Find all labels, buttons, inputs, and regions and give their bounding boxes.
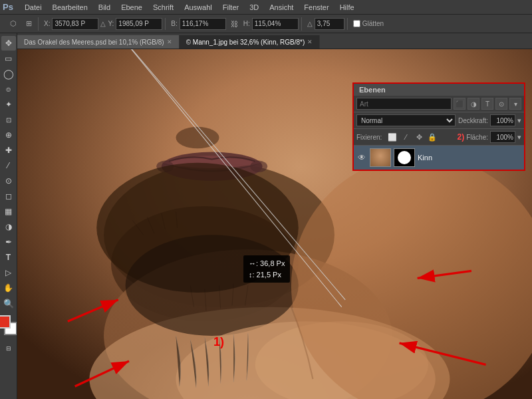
tooltip-dx: ↔: 36,8 Px	[249, 258, 285, 269]
lasso-tool[interactable]: ⌾	[1, 82, 16, 96]
tab-orakel[interactable]: Das Orakel des Meeres.psd bei 10,1% (RGB…	[17, 35, 180, 49]
menu-ebene[interactable]: Ebene	[116, 2, 147, 13]
layers-blend-row: Normal Deckkraft: ▾	[354, 112, 524, 129]
smooth-label: Glätten	[353, 20, 384, 27]
foreground-color-swatch[interactable]	[0, 315, 11, 329]
x-input[interactable]	[52, 18, 98, 30]
layers-filter-type-icon[interactable]: T	[481, 98, 493, 110]
menu-bearbeiten[interactable]: Bearbeiten	[48, 2, 92, 13]
brush-tool[interactable]: ∕	[1, 158, 16, 173]
triangle-icon: △	[100, 20, 106, 27]
tab-mann-close[interactable]: ✕	[307, 39, 313, 45]
angle-icon: △	[307, 20, 313, 27]
layers-search-input[interactable]	[356, 98, 452, 110]
layers-filter-adj-icon[interactable]: ◑	[467, 98, 479, 110]
transform-tool-icon[interactable]: ⬡	[7, 17, 20, 31]
h-input[interactable]	[252, 18, 299, 30]
layer-visibility-toggle[interactable]: 👁	[356, 152, 367, 163]
magic-wand-tool[interactable]: ✦	[1, 97, 16, 112]
spot-heal-tool[interactable]: ✚	[1, 143, 16, 158]
tab-orakel-close[interactable]: ✕	[167, 39, 172, 45]
blend-mode-select[interactable]: Normal	[356, 114, 456, 126]
dodge-tool[interactable]: ◑	[1, 219, 16, 234]
left-sidebar: ✥ ▭ ◯ ⌾ ✦ ⊡ ⊕ ✚ ∕ ⊙ ◻ ▦ ◑ ✒ T ▷ ✋ 🔍 ⊟	[0, 33, 17, 399]
badge-2: 2)	[458, 132, 465, 142]
flache-group: 2) Fläche: ▾	[458, 131, 521, 143]
menu-3d[interactable]: 3D	[245, 2, 263, 13]
b-label: B:	[171, 20, 177, 27]
toolbar-tool-icon-group: ⬡ ⊞	[4, 17, 39, 31]
kinn-layer-row[interactable]: 👁 Kinn	[354, 146, 524, 170]
layer-face-preview	[370, 149, 390, 166]
content-area: Das Orakel des Meeres.psd bei 10,1% (RGB…	[17, 33, 532, 399]
transform-options-icon[interactable]: ⊞	[22, 17, 35, 31]
menu-ansicht[interactable]: Ansicht	[265, 2, 298, 13]
options-toolbar: ⬡ ⊞ X: △ Y: B: ⛓ H: △ Glätten	[0, 15, 532, 33]
annotation-label-1: 1)	[213, 335, 224, 349]
b-input[interactable]	[180, 18, 226, 30]
menubar: Ps Datei Bearbeiten Bild Ebene Schrift A…	[0, 0, 532, 15]
y-input[interactable]	[116, 18, 162, 30]
flache-label: Fläche:	[466, 134, 488, 141]
flache-dropdown-icon[interactable]: ▾	[517, 133, 521, 142]
fix-lock-btn[interactable]: 🔒	[427, 132, 438, 142]
tooltip-dy: ↕: 21,5 Px	[249, 269, 285, 281]
marquee-rect-tool[interactable]: ▭	[1, 51, 16, 66]
link-icon[interactable]: ⛓	[228, 17, 241, 31]
menu-bild[interactable]: Bild	[94, 2, 115, 13]
tab-mann[interactable]: © Mann_1.jpg bei 32,6% (Kinn, RGB/8*) ✕	[180, 35, 321, 49]
shape-tool[interactable]: ▷	[1, 265, 16, 280]
menu-auswahl[interactable]: Auswahl	[180, 2, 217, 13]
toolbar-x-group: X: △ Y:	[41, 18, 166, 30]
zoom-tool[interactable]: 🔍	[1, 296, 16, 311]
angle-input[interactable]	[315, 18, 344, 30]
layers-panel: Ebenen ⬛ ◑ T ⊙ ▾ Normal Dec	[352, 82, 525, 171]
menu-fenster[interactable]: Fenster	[299, 2, 333, 13]
main-area: ✥ ▭ ◯ ⌾ ✦ ⊡ ⊕ ✚ ∕ ⊙ ◻ ▦ ◑ ✒ T ▷ ✋ 🔍 ⊟ Da…	[0, 33, 532, 399]
layers-panel-header: Ebenen	[354, 84, 524, 96]
opacity-group: Deckkraft: ▾	[458, 114, 521, 126]
layers-filter-toggle-icon[interactable]: ▾	[509, 98, 521, 110]
quick-mask-tool[interactable]: ⊟	[1, 341, 16, 356]
x-label: X:	[44, 20, 50, 27]
tab-bar: Das Orakel des Meeres.psd bei 10,1% (RGB…	[17, 33, 532, 49]
toolbar-b-group: B: ⛓ H:	[168, 17, 301, 31]
h-label: H:	[243, 20, 250, 27]
layers-fix-row: Fixieren: ⬜ ∕ ✥ 🔒 2) Fläche: ▾	[354, 129, 524, 146]
cursor-tooltip: ↔: 36,8 Px ↕: 21,5 Px	[243, 255, 290, 283]
layers-panel-title: Ebenen	[359, 86, 386, 94]
menu-datei[interactable]: Datei	[20, 2, 47, 13]
clone-tool[interactable]: ⊙	[1, 174, 16, 188]
marquee-ellipse-tool[interactable]: ◯	[1, 66, 16, 81]
text-tool[interactable]: T	[1, 250, 16, 265]
menu-hilfe[interactable]: Hilfe	[335, 2, 359, 13]
layer-mask-preview	[394, 149, 414, 166]
tab-orakel-label: Das Orakel des Meeres.psd bei 10,1% (RGB…	[24, 39, 164, 46]
smooth-checkbox[interactable]	[353, 20, 360, 27]
eraser-tool[interactable]: ◻	[1, 189, 16, 203]
hand-tool[interactable]: ✋	[1, 281, 16, 295]
layers-filter-pixel-icon[interactable]: ⬛	[454, 98, 466, 110]
fix-position-btn[interactable]: ✥	[414, 132, 424, 142]
menu-filter[interactable]: Filter	[218, 2, 243, 13]
crop-tool[interactable]: ⊡	[1, 112, 16, 127]
menu-schrift[interactable]: Schrift	[148, 2, 178, 13]
canvas-area[interactable]: ↔: 36,8 Px ↕: 21,5 Px 1)	[17, 49, 532, 399]
eyedropper-tool[interactable]: ⊕	[1, 128, 16, 142]
fix-transparent-btn[interactable]: ⬜	[387, 132, 398, 142]
toolbar-smooth-group: Glätten	[350, 20, 386, 27]
gradient-tool[interactable]: ▦	[1, 204, 16, 219]
fix-label: Fixieren:	[356, 134, 382, 141]
opacity-dropdown-icon[interactable]: ▾	[517, 116, 521, 125]
fix-gradient-btn[interactable]: ∕	[400, 132, 411, 142]
pen-tool[interactable]: ✒	[1, 235, 16, 249]
layers-filter-smart-icon[interactable]: ⊙	[495, 98, 507, 110]
flache-input[interactable]	[490, 131, 515, 143]
move-tool[interactable]: ✥	[1, 36, 16, 51]
opacity-input[interactable]	[490, 114, 515, 126]
opacity-label: Deckkraft:	[458, 117, 488, 124]
tab-mann-label: © Mann_1.jpg bei 32,6% (Kinn, RGB/8*)	[186, 39, 305, 46]
layers-filter-toolbar: ⬛ ◑ T ⊙ ▾	[354, 96, 524, 112]
svg-point-10	[126, 235, 299, 336]
toolbar-angle-group: △	[305, 18, 348, 30]
